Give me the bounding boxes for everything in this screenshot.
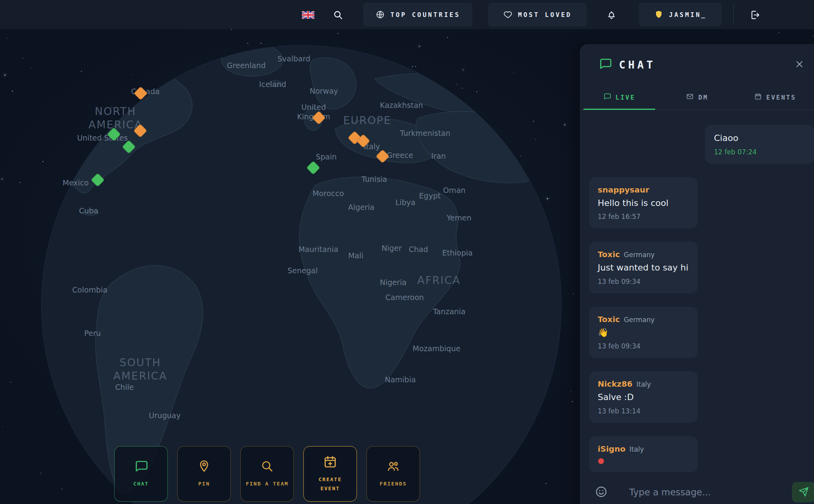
chat-tab-label: DM <box>698 94 708 101</box>
map-marker-green[interactable] <box>107 127 121 141</box>
heart-icon <box>503 10 513 19</box>
action-button-label: FIND A TEAM <box>246 480 288 488</box>
chat-tab-live[interactable]: LIVE <box>580 85 658 109</box>
chat-message-text: Hello this is cool <box>598 198 689 209</box>
search-icon <box>333 9 344 20</box>
map-marker-orange[interactable] <box>375 149 389 163</box>
chat-header: CHAT <box>580 44 814 85</box>
chat-message-input[interactable] <box>620 487 780 498</box>
chat-message-bubble: iSignoItaly● <box>589 436 698 472</box>
send-icon <box>799 487 809 498</box>
globe-icon <box>375 10 385 19</box>
chat-message-username: Toxic <box>598 315 620 324</box>
map-marker-orange[interactable] <box>133 124 147 137</box>
chat-message: ToxicGermanyJust wanted to say hi13 feb … <box>589 242 770 293</box>
top-countries-button[interactable]: TOP COUNTRIES <box>363 3 472 26</box>
nav-divider <box>733 5 734 24</box>
notifications-button[interactable] <box>604 9 619 21</box>
action-button-create-event[interactable]: CREATE EVENT <box>303 446 357 502</box>
chat-message-meta: iSignoItaly <box>598 444 689 454</box>
top-nav: TOP COUNTRIES MOST LOVED <box>0 0 814 29</box>
chat-message-bubble: Nickz86ItalySalve :D13 feb 13:14 <box>589 371 698 423</box>
chat-close-button[interactable] <box>792 57 807 73</box>
close-icon <box>794 65 805 70</box>
action-button-label: CREATE EVENT <box>308 475 352 493</box>
chat-tab-events[interactable]: EVENTS <box>736 85 814 109</box>
language-flag-button[interactable] <box>299 11 317 19</box>
calendar-plus-icon <box>323 455 337 470</box>
calendar-icon <box>754 93 762 102</box>
chat-message-own: Ciaoo12 feb 07:24 <box>705 125 814 164</box>
logout-button[interactable] <box>747 9 763 21</box>
chat-message-time: 12 feb 16:57 <box>598 213 689 220</box>
map-marker-orange[interactable] <box>312 111 325 124</box>
chat-message-username: Toxic <box>598 250 620 259</box>
username-label: JASMIN_ <box>669 11 706 19</box>
chat-message: ToxicGermany👋13 feb 09:34 <box>589 307 770 358</box>
chat-message-text: Ciaoo <box>714 133 805 144</box>
action-button-pin[interactable]: PIN <box>177 446 231 502</box>
friends-icon <box>386 459 400 474</box>
chat-panel: CHAT LIVEDMEVENTS Ciaoo12 feb 07:24snapp… <box>580 44 814 504</box>
chat-message-username: Nickz86 <box>598 379 632 389</box>
chat-message: iSignoItaly● <box>589 436 770 472</box>
search-button[interactable] <box>330 9 346 21</box>
action-button-friends[interactable]: FRIENDS <box>366 446 420 502</box>
chat-message-meta: ToxicGermany <box>598 250 689 259</box>
app: NORTH AMERICAEUROPEAFRICASOUTH AMERICAGr… <box>0 0 814 504</box>
map-marker-orange[interactable] <box>134 86 147 100</box>
chat-message-bubble: snappysaurHello this is cool12 feb 16:57 <box>589 177 698 229</box>
chat-message-username: snappysaur <box>598 185 649 195</box>
chat-message-list: Ciaoo12 feb 07:24snappysaurHello this is… <box>580 110 814 504</box>
shield-icon <box>654 9 663 20</box>
chat-message-text: 👋 <box>598 327 689 339</box>
chat-message-meta: ToxicGermany <box>598 315 689 324</box>
chat-message: snappysaurHello this is cool12 feb 16:57 <box>589 177 770 229</box>
chat-message-username: iSigno <box>598 444 625 454</box>
chat-bubble-icon <box>603 93 611 102</box>
chat-input-bar <box>580 480 814 504</box>
emoji-button[interactable] <box>595 485 608 500</box>
chat-message: Nickz86ItalySalve :D13 feb 13:14 <box>589 371 770 423</box>
chat-message-text: Just wanted to say hi <box>598 262 689 274</box>
chat-message-time: 13 feb 13:14 <box>598 407 689 415</box>
map-marker-green[interactable] <box>306 161 320 174</box>
most-loved-label: MOST LOVED <box>518 11 572 19</box>
map-marker-green[interactable] <box>122 140 136 154</box>
chat-message-time: 13 feb 09:34 <box>598 342 689 350</box>
chat-message-time: 12 feb 07:24 <box>714 148 805 156</box>
send-button[interactable] <box>792 482 814 502</box>
chat-tabs: LIVEDMEVENTS <box>580 85 814 110</box>
action-button-find-a-team[interactable]: FIND A TEAM <box>240 446 294 502</box>
chat-message-meta: Nickz86Italy <box>598 379 689 389</box>
chat-message-bubble: ToxicGermanyJust wanted to say hi13 feb … <box>589 242 698 293</box>
chat-tab-dm[interactable]: DM <box>658 85 736 109</box>
action-button-label: FRIENDS <box>380 480 407 488</box>
map-action-bar: CHATPINFIND A TEAMCREATE EVENTFRIENDS <box>114 446 420 502</box>
chat-message-country: Italy <box>636 380 651 388</box>
chat-message-bubble: ToxicGermany👋13 feb 09:34 <box>589 307 698 358</box>
chat-message-country: Germany <box>624 251 654 259</box>
chat-message-bubble: Ciaoo12 feb 07:24 <box>705 125 814 164</box>
chat-bubble-icon <box>598 57 612 72</box>
map-marker-green[interactable] <box>91 173 104 187</box>
top-countries-label: TOP COUNTRIES <box>390 11 460 19</box>
envelope-icon <box>686 93 694 102</box>
chat-message-time: 13 feb 09:34 <box>598 278 689 285</box>
most-loved-button[interactable]: MOST LOVED <box>488 3 587 26</box>
smiley-icon <box>595 494 608 500</box>
action-button-label: CHAT <box>133 480 149 488</box>
chat-message-country: Germany <box>624 316 654 324</box>
action-button-label: PIN <box>198 480 210 488</box>
map-pin-icon <box>197 459 211 474</box>
uk-flag-icon <box>302 11 314 19</box>
action-button-chat[interactable]: CHAT <box>114 446 168 502</box>
chat-message-meta: snappysaur <box>598 185 689 195</box>
user-profile-button[interactable]: JASMIN_ <box>639 3 722 26</box>
chat-bubble-icon <box>134 459 148 474</box>
chat-tab-label: LIVE <box>615 94 636 101</box>
chat-message-text: ● <box>598 457 689 464</box>
search-icon <box>260 459 274 474</box>
chat-panel-title: CHAT <box>619 59 656 71</box>
chat-tab-label: EVENTS <box>766 94 796 101</box>
